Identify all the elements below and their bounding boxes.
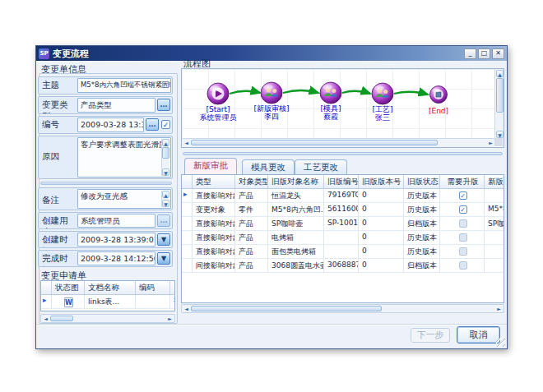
upgrade-checkbox[interactable] (459, 191, 467, 200)
scroll-left-icon[interactable]: ◄ (42, 316, 49, 322)
col-extra[interactable] (170, 281, 175, 294)
app-icon: SP (39, 48, 49, 59)
cell-type: 直接影响对象 (193, 189, 235, 202)
reason-text: 客户要求调整表面光滑度 (81, 140, 167, 149)
flow-label-review[interactable]: [新版审核]李四 (253, 104, 289, 121)
finish-time-dropdown-icon[interactable]: ▼ (157, 252, 170, 265)
finish-time-input[interactable]: 2009-3-28 14:12:50 (77, 251, 155, 265)
number-checkbox[interactable] (161, 120, 170, 129)
grid-row-6[interactable]: 间接影响对象 产品 3068圆盖电水壶 3068887 0 归档版本 (182, 259, 504, 273)
grid-row-3[interactable]: 直接影响对象 产品 SP咖啡壶 SP-1001 0 归档版本 SP咖 (182, 217, 504, 231)
field-creator: 创建用户 系统管理员 ... (38, 212, 173, 229)
cell-type: 间接影响对象 (193, 259, 235, 272)
grid-row-5[interactable]: 直接影响对象 产品 面包类电烤箱 0 历史版本 (182, 245, 504, 259)
field-reason-label: 原因 (39, 136, 77, 178)
flow-vscrollbar[interactable]: ▲ ▼ (494, 69, 504, 139)
maximize-button[interactable]: □ (478, 48, 490, 59)
scroll-right-icon[interactable]: ► (487, 140, 494, 146)
grid-row-1[interactable]: ▸ 直接影响对象 产品 恒温龙头 79169TC 0 历史版本 (182, 189, 504, 203)
right-splitter[interactable] (183, 152, 503, 155)
field-create-time: 创建时间 2009-3-28 13:39:01 ▼ (38, 231, 173, 248)
grid-row-4[interactable]: 直接影响对象 产品 电烤箱 0 历史版本 (182, 231, 504, 245)
change-type-picker-button[interactable]: ... (157, 99, 170, 111)
flow-canvas[interactable]: [Start]系统管理员 [新版审核]李四 [模具]蔡霞 [工艺]张三 [End… (182, 69, 495, 139)
flow-node-craft (372, 83, 393, 104)
create-time-dropdown-icon[interactable]: ▼ (157, 233, 170, 246)
col-status-icon[interactable]: 状态图 (52, 281, 85, 294)
flow-label-craft[interactable]: [工艺]张三 (372, 105, 392, 122)
col-new[interactable]: 新版 (485, 175, 504, 188)
col-old-ver[interactable]: 旧版版本号 (359, 175, 404, 188)
number-picker-button[interactable]: ... (146, 118, 159, 131)
remark-scrollbar[interactable]: ▲ ▼ (161, 191, 169, 207)
col-old-no[interactable]: 旧版编号 (324, 175, 359, 188)
scroll-down-icon[interactable]: ▼ (496, 131, 504, 138)
creator-picker-button[interactable]: ... (157, 214, 170, 227)
scroll-thumb[interactable] (50, 316, 73, 321)
next-button[interactable]: 下一步 (411, 328, 450, 343)
upgrade-checkbox[interactable] (459, 205, 467, 214)
col-doc-name[interactable]: 文档名称 (85, 281, 136, 294)
cancel-button[interactable]: 取消 (457, 326, 500, 344)
upgrade-checkbox[interactable] (459, 261, 467, 270)
minimize-button[interactable]: _ (464, 48, 476, 59)
scroll-right-icon[interactable]: ► (495, 306, 503, 312)
row-selector-icon: ▸ (41, 295, 52, 308)
upgrade-checkbox[interactable] (459, 247, 467, 256)
create-time-input[interactable]: 2009-3-28 13:39:01 (77, 233, 155, 247)
cell-name: 恒温龙头 (268, 189, 324, 202)
creator-input[interactable]: 系统管理员 (77, 214, 155, 228)
scroll-down-icon[interactable]: ▼ (162, 200, 169, 207)
col-old-status[interactable]: 旧版状态 (404, 175, 440, 188)
scroll-right-icon[interactable]: ► (166, 316, 174, 322)
cell-old-no: 5611600 (324, 203, 359, 216)
cell-type: 直接影响对象 (193, 217, 235, 230)
scroll-up-icon[interactable]: ▲ (496, 70, 504, 77)
number-input[interactable]: 2009-03-28 13:39:01 (77, 118, 144, 132)
flow-label-mold[interactable]: [模具]蔡霞 (320, 104, 341, 121)
resize-grip[interactable] (496, 338, 505, 347)
reason-textarea[interactable]: 客户要求调整表面光滑度 ▲ ▼ (77, 137, 171, 178)
flow-hscrollbar[interactable]: ◄ ► (182, 138, 495, 147)
scroll-thumb[interactable] (191, 306, 382, 311)
field-number: 编号 2009-03-28 13:39:01 ... (38, 116, 173, 134)
upgrade-checkbox[interactable] (459, 219, 467, 228)
remark-textarea[interactable]: 修改为亚光感 ▲ ▼ (77, 189, 171, 209)
request-grid-row[interactable]: ▸ W links表... 普通 (41, 295, 174, 309)
col-upgrade[interactable]: 需要升版 (440, 175, 485, 188)
scroll-left-icon[interactable]: ◄ (183, 306, 190, 312)
flow-label-end[interactable]: [End] (429, 107, 448, 115)
grid-row-2[interactable]: 变更对象 零件 M5*8内六角凹... 5611600 0 历史版本 M5*8 (182, 203, 504, 217)
cell-status: 历史版本 (404, 189, 440, 202)
change-type-input[interactable]: 产品类型 (77, 98, 155, 113)
col-type[interactable]: 类型 (193, 175, 235, 188)
col-old-name[interactable]: 旧版对象名称 (268, 175, 324, 188)
cell-new-name: SP咖 (485, 217, 504, 230)
tab-craft-change[interactable]: 工艺更改 (295, 159, 347, 174)
reason-scrollbar[interactable]: ▲ ▼ (161, 139, 169, 176)
subject-input[interactable]: M5*8内六角凹端不锈钢紧固螺钉 (77, 78, 171, 93)
scroll-thumb[interactable] (191, 140, 438, 145)
left-splitter[interactable] (40, 182, 172, 185)
title-bar[interactable]: SP 变更流程 _ □ ✕ (36, 46, 507, 61)
scroll-up-icon[interactable]: ▲ (162, 139, 169, 146)
tab-mold-change[interactable]: 模具更改 (242, 159, 295, 174)
flow-label-start[interactable]: [Start]系统管理员 (200, 105, 237, 122)
close-button[interactable]: ✕ (492, 48, 504, 59)
request-grid-header-row: 状态图 文档名称 编码 (41, 281, 174, 295)
col-code[interactable]: 编码 (136, 281, 170, 294)
scroll-down-icon[interactable]: ▼ (162, 168, 169, 176)
scroll-left-icon[interactable]: ◄ (183, 140, 190, 146)
col-obj-type[interactable]: 对象类型 (235, 175, 268, 188)
flow-chart: [Start]系统管理员 [新版审核]李四 [模具]蔡霞 [工艺]张三 [End… (181, 68, 504, 148)
cell-type: 直接影响对象 (193, 245, 235, 258)
cell-new-name (485, 231, 504, 244)
request-list-hscrollbar[interactable]: ◄ ► (40, 314, 175, 323)
upgrade-checkbox[interactable] (459, 233, 467, 242)
scroll-up-icon[interactable]: ▲ (162, 191, 169, 198)
scroll-thumb[interactable] (496, 78, 504, 113)
tab-new-version-approval[interactable]: 新版审批 (184, 158, 237, 174)
scroll-thumb[interactable] (162, 147, 169, 159)
grid-hscrollbar[interactable]: ◄ ► (181, 304, 504, 313)
scrollbar-corner (494, 138, 503, 146)
